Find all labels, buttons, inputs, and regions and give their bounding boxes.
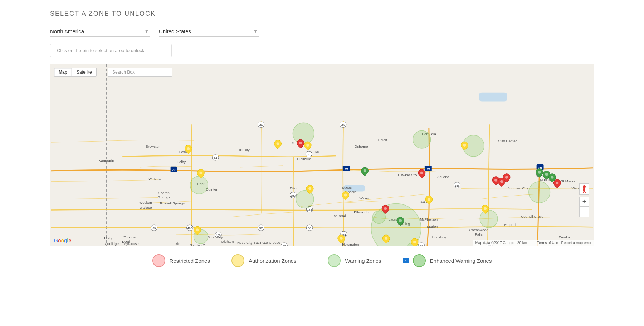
map-svg: 70 70 70 24 24 281 283 183 183 83 281 83 xyxy=(50,64,594,246)
svg-text:Winona: Winona xyxy=(148,177,161,181)
svg-text:Beloit: Beloit xyxy=(378,138,387,142)
map-info-bar: Map data ©2017 Google 20 km —— Terms of … xyxy=(473,240,594,246)
svg-text:Osborne: Osborne xyxy=(354,144,368,148)
svg-point-116 xyxy=(413,130,431,148)
region-dropdown[interactable]: North America South America Europe Asia … xyxy=(50,26,150,37)
svg-text:83: 83 xyxy=(152,227,156,230)
svg-point-134 xyxy=(484,207,487,210)
svg-point-121 xyxy=(480,210,498,228)
svg-text:Tribune: Tribune xyxy=(123,235,136,239)
svg-text:24: 24 xyxy=(307,153,311,156)
svg-text:Ness City Bazine: Ness City Bazine xyxy=(237,241,264,244)
warning-zones-label: Warning Zones xyxy=(345,258,381,264)
region-dropdown-wrapper: North America South America Europe Asia … xyxy=(50,26,150,37)
svg-text:Emporia: Emporia xyxy=(504,223,518,227)
svg-text:Lucas: Lucas xyxy=(342,186,352,189)
svg-text:Springs: Springs xyxy=(158,195,170,199)
satellite-view-button[interactable]: Satellite xyxy=(72,68,97,77)
restricted-zone-icon xyxy=(152,254,165,267)
svg-text:St Marys: St Marys xyxy=(561,179,575,183)
svg-point-124 xyxy=(372,211,385,223)
svg-point-142 xyxy=(364,169,366,172)
svg-text:183: 183 xyxy=(291,194,296,197)
map-search-input[interactable] xyxy=(108,68,172,77)
svg-text:Abilene: Abilene xyxy=(437,175,449,179)
svg-text:at Bend: at Bend xyxy=(334,214,346,218)
map-view-button[interactable]: Map xyxy=(54,68,72,77)
svg-rect-163 xyxy=(583,192,584,193)
svg-text:Russell Springs: Russell Springs xyxy=(160,201,185,205)
legend-item-authorization: Authorization Zones xyxy=(231,254,296,267)
svg-point-144 xyxy=(538,171,541,174)
svg-point-149 xyxy=(384,207,387,210)
svg-point-151 xyxy=(500,180,503,183)
svg-point-129 xyxy=(308,187,311,190)
svg-text:Hoisington: Hoisington xyxy=(342,242,359,246)
svg-text:Cottonwood: Cottonwood xyxy=(469,228,488,232)
page-title: SELECT A ZONE TO UNLOCK xyxy=(50,10,594,18)
svg-point-130 xyxy=(306,144,309,147)
zoom-controls: + − xyxy=(579,183,589,217)
svg-text:50: 50 xyxy=(420,244,423,246)
svg-point-147 xyxy=(299,142,302,144)
svg-point-126 xyxy=(187,147,190,150)
svg-point-161 xyxy=(583,185,586,188)
page-wrapper: SELECT A ZONE TO UNLOCK North America So… xyxy=(0,0,644,275)
svg-text:Clay Center: Clay Center xyxy=(498,139,517,143)
zoom-out-button[interactable]: − xyxy=(579,207,589,217)
svg-text:La Crosse: La Crosse xyxy=(264,241,280,244)
svg-text:Weskan: Weskan xyxy=(139,201,152,204)
map-type-controls: Map Satellite xyxy=(54,68,97,77)
enhanced-zones-label: Enhanced Warning Zones xyxy=(430,258,492,264)
street-view-button[interactable] xyxy=(579,183,589,195)
svg-text:70: 70 xyxy=(345,167,348,171)
svg-point-122 xyxy=(529,182,550,203)
zoom-in-button[interactable]: + xyxy=(579,197,589,207)
svg-text:400: 400 xyxy=(187,227,192,230)
svg-point-150 xyxy=(494,179,497,182)
legend-item-enhanced: Enhanced Warning Zones xyxy=(403,254,492,267)
enhanced-zone-icon xyxy=(413,254,426,267)
map-data-text: Map data ©2017 Google 20 km —— xyxy=(475,241,537,245)
legend-item-warning: Warning Zones xyxy=(318,254,381,267)
svg-text:Lindsborg: Lindsborg xyxy=(432,235,448,239)
svg-text:Scott City: Scott City xyxy=(208,235,223,239)
svg-point-118 xyxy=(190,176,208,194)
svg-text:Ru...: Ru... xyxy=(315,150,322,154)
svg-text:Coolidge: Coolidge xyxy=(105,242,119,246)
svg-point-127 xyxy=(199,172,202,174)
svg-text:70: 70 xyxy=(172,168,176,172)
legend-item-restricted: Restricted Zones xyxy=(152,254,210,267)
warning-zone-icon xyxy=(328,254,341,267)
svg-text:Sharon: Sharon xyxy=(158,191,170,195)
svg-text:281: 281 xyxy=(341,123,346,127)
svg-text:Kanorado: Kanorado xyxy=(99,159,114,163)
svg-text:183: 183 xyxy=(307,208,312,211)
svg-point-145 xyxy=(545,173,548,176)
svg-text:70: 70 xyxy=(426,167,430,171)
authorization-zone-icon xyxy=(231,254,244,267)
svg-text:Eureka: Eureka xyxy=(559,235,570,239)
svg-point-120 xyxy=(296,191,314,208)
map-container[interactable]: 70 70 70 24 24 281 283 183 183 83 281 83 xyxy=(50,64,594,246)
svg-text:283: 283 xyxy=(259,123,264,127)
enhanced-zones-checkbox[interactable] xyxy=(403,258,409,263)
terms-link[interactable]: Terms of Use xyxy=(537,241,558,245)
svg-text:Lakin: Lakin xyxy=(172,242,180,246)
svg-text:Hill City: Hill City xyxy=(238,148,250,152)
svg-rect-1 xyxy=(479,93,507,102)
legend-bar: Restricted Zones Authorization Zones War… xyxy=(50,246,594,275)
authorization-zones-label: Authorization Zones xyxy=(249,258,296,264)
google-logo: Google xyxy=(54,238,71,243)
svg-point-140 xyxy=(385,237,387,240)
report-link[interactable]: Report a map error xyxy=(559,241,591,245)
svg-text:24: 24 xyxy=(214,157,217,160)
country-dropdown[interactable]: United States Canada Mexico xyxy=(159,26,259,37)
svg-point-153 xyxy=(556,182,558,184)
svg-text:Wilson: Wilson xyxy=(360,196,370,200)
svg-text:135: 135 xyxy=(455,184,460,187)
svg-text:Colby: Colby xyxy=(177,160,186,164)
svg-text:56: 56 xyxy=(308,227,311,230)
warning-zones-checkbox[interactable] xyxy=(318,258,323,263)
svg-text:Marion: Marion xyxy=(427,224,438,228)
